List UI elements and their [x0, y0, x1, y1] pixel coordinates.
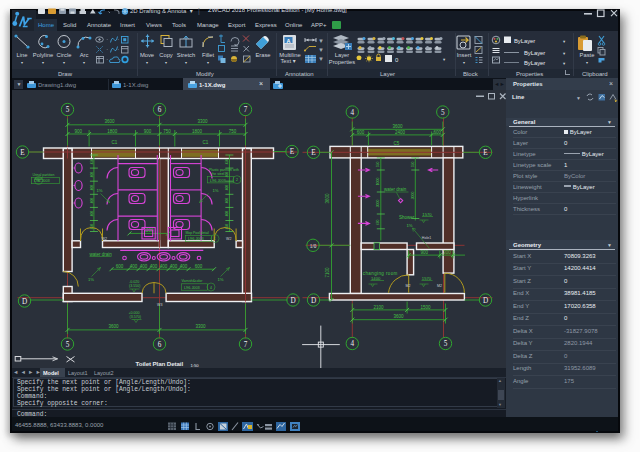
- svg-text:Paste: Paste: [580, 52, 595, 58]
- svg-text:450: 450: [225, 159, 229, 165]
- svg-text:3000: 3000: [411, 192, 415, 200]
- svg-text:W2: W2: [226, 237, 231, 241]
- svg-text:E: E: [311, 149, 316, 157]
- svg-text:550: 550: [376, 162, 380, 168]
- svg-text:▾: ▾: [83, 60, 85, 65]
- svg-text:400: 400: [90, 211, 94, 217]
- svg-text:400: 400: [225, 198, 229, 204]
- svg-text:7100: 7100: [325, 267, 330, 278]
- svg-text:▾: ▾: [563, 61, 566, 66]
- svg-text:▾: ▾: [165, 60, 167, 65]
- svg-text:Varnish&color: Varnish&color: [182, 279, 204, 283]
- svg-text:▾: ▾: [563, 39, 566, 44]
- svg-text:4: 4: [351, 109, 355, 117]
- svg-text:1000: 1000: [376, 178, 380, 186]
- svg-text:▾: ▾: [443, 57, 446, 62]
- svg-text:6: 6: [158, 106, 162, 114]
- svg-text:C1: C1: [203, 140, 209, 145]
- svg-text:900: 900: [144, 129, 152, 134]
- svg-text:5: 5: [66, 341, 70, 349]
- svg-text:5: 5: [66, 106, 70, 114]
- svg-text:600: 600: [116, 264, 124, 269]
- svg-text:Toilet Plan Detail: Toilet Plan Detail: [136, 360, 184, 367]
- svg-text:2: 2: [236, 178, 238, 182]
- svg-text:1500: 1500: [420, 305, 431, 310]
- svg-text:D: D: [311, 297, 316, 305]
- svg-text:400: 400: [130, 264, 138, 269]
- svg-text:450: 450: [90, 159, 94, 165]
- svg-text:Multiline: Multiline: [279, 52, 300, 58]
- svg-text:Move: Move: [140, 52, 154, 58]
- svg-text:▾: ▾: [320, 38, 322, 43]
- svg-text:750: 750: [163, 129, 171, 134]
- svg-text:1%: 1%: [407, 223, 413, 228]
- svg-text:3300: 3300: [197, 119, 208, 124]
- svg-text:Arc: Arc: [80, 52, 89, 58]
- svg-text:Stretch: Stretch: [177, 52, 195, 58]
- svg-text:ByLayer: ByLayer: [524, 50, 545, 56]
- svg-text:400: 400: [90, 198, 94, 204]
- svg-text:Erase: Erase: [255, 52, 270, 58]
- svg-text:4: 4: [210, 286, 212, 290]
- svg-text:L96.J003: L96.J003: [34, 179, 50, 183]
- svg-text:Hole1: Hole1: [422, 236, 431, 240]
- svg-text:2400: 2400: [395, 130, 406, 135]
- svg-text:1570: 1570: [422, 212, 432, 217]
- svg-text:1400: 1400: [371, 276, 381, 281]
- svg-text:L96.J003: L96.J003: [188, 237, 204, 241]
- svg-text:400: 400: [90, 185, 94, 191]
- svg-text:400: 400: [150, 264, 158, 269]
- svg-text:400: 400: [140, 264, 148, 269]
- svg-text:▾: ▾: [42, 60, 44, 65]
- svg-text:Circle: Circle: [57, 52, 72, 58]
- svg-text:3600: 3600: [325, 193, 330, 204]
- svg-text:D: D: [290, 297, 295, 305]
- svg-text:6: 6: [158, 341, 162, 349]
- svg-text:Layer: Layer: [335, 52, 350, 58]
- svg-text:1%: 1%: [88, 277, 94, 282]
- svg-text:E: E: [483, 149, 488, 157]
- svg-text:C1: C1: [112, 140, 118, 145]
- svg-text:3000: 3000: [376, 200, 380, 208]
- svg-text:D: D: [483, 297, 488, 305]
- svg-text:E: E: [20, 149, 25, 157]
- svg-text:A: A: [287, 38, 291, 44]
- svg-text:the steel: the steel: [212, 172, 225, 176]
- svg-text:400: 400: [90, 172, 94, 178]
- svg-text:▾: ▾: [563, 51, 566, 56]
- svg-text:1570: 1570: [422, 276, 432, 281]
- svg-text:Insert: Insert: [457, 52, 472, 58]
- svg-text:▾: ▾: [146, 60, 148, 65]
- svg-text:water drain: water drain: [384, 187, 407, 192]
- svg-text:(3.570): (3.570): [130, 315, 141, 319]
- svg-text:600: 600: [195, 264, 203, 269]
- svg-text:900: 900: [420, 250, 428, 255]
- svg-text:5: 5: [444, 340, 448, 348]
- svg-text:▾: ▾: [320, 47, 322, 52]
- svg-text:▾: ▾: [21, 60, 23, 65]
- svg-text:Properties: Properties: [329, 59, 356, 65]
- svg-text:Polyline: Polyline: [33, 52, 53, 58]
- svg-text:L96.J003: L96.J003: [184, 286, 200, 290]
- svg-text:L96.J003: L96.J003: [210, 179, 226, 183]
- svg-text:M2: M2: [437, 284, 442, 288]
- svg-text:300: 300: [443, 250, 451, 255]
- svg-text:Text ▾: Text ▾: [280, 58, 295, 64]
- svg-text:3600: 3600: [108, 324, 119, 329]
- svg-text:1/0: 1/0: [310, 243, 317, 249]
- svg-text:ByLayer: ByLayer: [524, 60, 545, 66]
- svg-text:3600: 3600: [104, 119, 115, 124]
- svg-text:Line: Line: [17, 52, 28, 58]
- svg-text:1%: 1%: [97, 188, 103, 193]
- svg-text:1800: 1800: [192, 129, 203, 134]
- svg-text:W2: W2: [102, 237, 107, 241]
- svg-text:3300: 3300: [195, 324, 206, 329]
- svg-text:0: 0: [395, 57, 399, 63]
- svg-text:400: 400: [160, 264, 168, 269]
- svg-text:400: 400: [225, 211, 229, 217]
- svg-text:670: 670: [376, 220, 380, 226]
- svg-text:2100: 2100: [373, 305, 384, 310]
- svg-text:1: 1: [214, 237, 216, 241]
- svg-text:▾: ▾: [320, 56, 322, 61]
- svg-text:550: 550: [411, 162, 415, 168]
